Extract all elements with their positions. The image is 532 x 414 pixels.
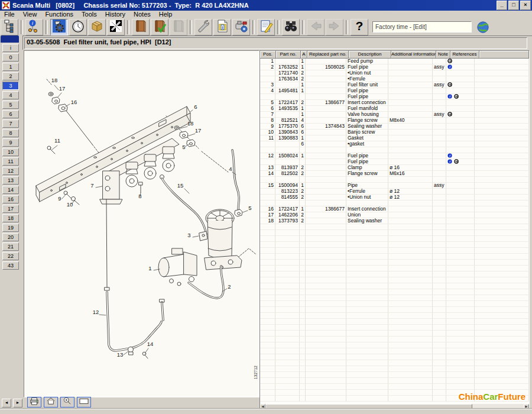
sidebar-section-12[interactable]: 12 — [2, 167, 19, 175]
callout-12[interactable]: 12 — [93, 309, 99, 315]
callout-18[interactable]: 18 — [51, 77, 58, 83]
callout-6[interactable]: 6 — [194, 104, 197, 110]
sidebar-section-14[interactable]: 14 — [2, 186, 19, 194]
menu-notes[interactable]: Notes — [129, 11, 155, 18]
sidebar-section-2[interactable]: 2 — [2, 72, 19, 80]
scrollbar-right-arrow[interactable]: ▶ — [524, 404, 529, 409]
table-row[interactable]: 9177537061374843Sealing washer — [260, 124, 529, 130]
table-row[interactable]: 8145552•Union nutø 12 — [260, 195, 529, 200]
table-row[interactable]: 71Valve housingassy — [260, 112, 529, 118]
table-row[interactable]: 31Fuel filter unitassy — [260, 82, 529, 88]
callout-11[interactable]: 11 — [54, 137, 60, 144]
table-row[interactable]: 1215080241Fuel pipei — [260, 153, 529, 159]
callout-1[interactable]: 1 — [148, 265, 151, 271]
sidebar-scroll-left-button[interactable]: ◄ — [2, 399, 11, 407]
callout-17[interactable]: 17 — [59, 85, 66, 92]
sidebar-section-17[interactable]: 17 — [2, 205, 19, 213]
menu-tools[interactable]: Tools — [77, 11, 101, 18]
search-binoculars-button[interactable] — [282, 19, 300, 35]
sidebar-section-8[interactable]: 8 — [2, 129, 19, 137]
navigator-button[interactable] — [1, 19, 18, 35]
table-row[interactable]: 1113908831Gasket — [260, 135, 529, 141]
catalog-open-button[interactable] — [132, 19, 150, 35]
column-header-References[interactable]: References — [450, 51, 479, 59]
table-row[interactable]: 1013908436Banjo screw — [260, 130, 529, 135]
callout-5[interactable]: 5 — [248, 205, 251, 211]
scrollbar-left-arrow[interactable]: ◀ — [260, 404, 265, 409]
callout-5[interactable]: 5 — [182, 144, 185, 150]
wrench-button[interactable] — [194, 19, 212, 35]
table-row[interactable]: 2176325211508025Fuel pipeassyi — [260, 64, 529, 70]
column-header-Replaced part no.[interactable]: Replaced part no. — [307, 51, 349, 59]
menu-view[interactable]: View — [19, 11, 41, 18]
table-row[interactable]: 8132232•Ferruleø 12 — [260, 189, 529, 195]
service-planning-button[interactable] — [69, 19, 87, 35]
callout-14[interactable]: 14 — [147, 341, 154, 347]
sidebar-section-4[interactable]: 4 — [2, 91, 19, 99]
sidebar-section-18[interactable]: 18 — [2, 214, 19, 222]
sidebar-section-11[interactable]: 11 — [2, 157, 19, 166]
menu-history[interactable]: History — [101, 11, 129, 18]
catalog-check-button[interactable] — [151, 19, 168, 35]
jump-reference-icon[interactable] — [447, 112, 452, 118]
sidebar-section-21[interactable]: 21 — [2, 242, 19, 251]
table-row[interactable]: Fuel pipei — [260, 159, 529, 165]
menu-file[interactable]: File — [0, 11, 19, 18]
minimize-button[interactable]: _ — [497, 1, 507, 10]
picture-info-button[interactable]: i — [25, 19, 43, 35]
sidebar-scroll-right-button[interactable]: ► — [13, 399, 22, 407]
sidebar-section-5[interactable]: 5 — [2, 101, 19, 109]
table-row[interactable]: 5172241721386677Insert connection — [260, 100, 529, 106]
table-row[interactable]: Fuel pipei — [260, 94, 529, 100]
sidebar-section-3[interactable]: 3 — [2, 82, 19, 90]
menu-functions[interactable]: Functions — [41, 11, 77, 18]
scrollbar-thumb[interactable] — [265, 404, 472, 409]
table-row[interactable]: 17217402•Union nut — [260, 70, 529, 76]
column-header-Pos.[interactable]: Pos. — [260, 51, 276, 59]
callout-9[interactable]: 9 — [58, 195, 61, 202]
table-horizontal-scrollbar[interactable]: ◀ ▶ — [260, 404, 529, 409]
table-row[interactable]: 614935351Fuel manifold — [260, 106, 529, 112]
table-row[interactable]: 11Feed pump — [260, 59, 529, 64]
zoom-in-button[interactable] — [60, 397, 74, 407]
column-header-Description[interactable]: Description — [349, 51, 391, 59]
package-button[interactable] — [88, 19, 106, 35]
table-row[interactable]: 16172241711386677Insert connection — [260, 206, 529, 212]
info-reference-icon[interactable]: i — [447, 153, 452, 159]
table-row[interactable]: 1515000941Pipeassy — [260, 183, 529, 189]
sidebar-section-20[interactable]: 20 — [2, 233, 19, 241]
sidebar-section-16[interactable]: 16 — [2, 195, 19, 203]
sidebar-section-0[interactable]: 0 — [2, 53, 19, 62]
jump-reference-icon[interactable] — [447, 59, 452, 64]
table-row[interactable]: 17636342•Ferrule — [260, 76, 529, 82]
sidebar-section-19[interactable]: 19 — [2, 224, 19, 232]
sidebar-section-43[interactable]: 43 — [2, 261, 19, 270]
table-row[interactable]: 138139372Clampø 16 — [260, 165, 529, 171]
spare-parts-button[interactable] — [50, 19, 68, 35]
callout-18[interactable]: 18 — [187, 120, 194, 127]
callout-15[interactable]: 15 — [177, 182, 184, 189]
callout-3[interactable]: 3 — [187, 232, 190, 238]
close-button[interactable]: × — [520, 1, 531, 10]
column-header-A[interactable]: A — [301, 51, 307, 59]
callout-4[interactable]: 4 — [229, 166, 232, 172]
sidebar-section-10[interactable]: 10 — [2, 148, 19, 156]
table-row[interactable]: 1714622062Union — [260, 212, 529, 218]
table-row[interactable]: 414954811Fuel pipe — [260, 88, 529, 94]
callout-10[interactable]: 10 — [67, 201, 73, 208]
info-reference-icon[interactable]: i — [447, 159, 452, 165]
tools-catalog-button[interactable] — [107, 19, 125, 35]
home-button[interactable] — [44, 397, 58, 407]
column-header-Part no.[interactable]: Part no. — [276, 51, 301, 59]
sidebar-section-13[interactable]: 13 — [2, 176, 19, 185]
sidebar-section-9[interactable]: 9 — [2, 138, 19, 147]
print-button[interactable] — [27, 397, 41, 407]
callout-7[interactable]: 7 — [90, 182, 93, 189]
column-header-Note[interactable]: Note — [436, 51, 450, 59]
sidebar-section-1[interactable]: 1 — [2, 63, 19, 71]
callout-2[interactable]: 2 — [228, 283, 231, 290]
column-header-Additional information[interactable]: Additional information — [391, 51, 436, 59]
help-button[interactable]: ? — [351, 19, 368, 35]
fit-page-button[interactable] — [77, 397, 91, 407]
menu-help[interactable]: Help — [155, 11, 177, 18]
